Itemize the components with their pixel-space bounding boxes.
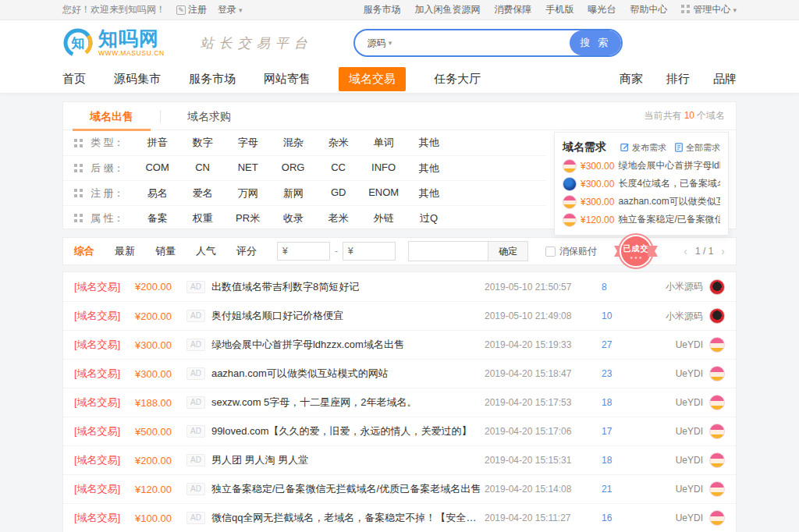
- all-demand-link[interactable]: 全部需求: [674, 142, 720, 154]
- sort-option[interactable]: 综合: [74, 244, 94, 258]
- topbar-link[interactable]: 服务市场: [363, 3, 400, 16]
- sort-option[interactable]: 销量: [155, 244, 176, 258]
- listing-row[interactable]: [域名交易] ¥300.00 AD aazhan.com可以做类似互站模式的网站…: [63, 359, 736, 388]
- listing-view-count[interactable]: 21: [602, 484, 647, 495]
- sort-option[interactable]: 最新: [115, 244, 135, 258]
- filter-option[interactable]: PR米: [225, 211, 271, 225]
- listing-view-count[interactable]: 8: [602, 282, 647, 293]
- topbar-link[interactable]: 帮助中心: [630, 3, 667, 16]
- filter-option[interactable]: 爱名: [180, 186, 225, 200]
- sort-option[interactable]: 评分: [236, 244, 257, 258]
- keyword-input[interactable]: [408, 241, 488, 261]
- register-link[interactable]: ✎注册: [176, 3, 207, 16]
- nav-item[interactable]: 网站寄售: [264, 72, 311, 87]
- confirm-button[interactable]: 确定: [488, 241, 528, 261]
- listing-row[interactable]: [域名交易] ¥200.00 AD 出数值域名带吉利数字8简短好记 2019-0…: [63, 272, 736, 301]
- filter-option[interactable]: 杂米: [316, 136, 361, 150]
- listing-row[interactable]: [域名交易] ¥200.00 AD 奥付姐域名顺口好记价格便宜 2019-05-…: [63, 301, 736, 330]
- listing-seller-name[interactable]: 小米源码: [647, 310, 703, 323]
- filter-option[interactable]: 其他: [407, 161, 452, 176]
- filter-option[interactable]: 混杂: [271, 136, 316, 150]
- filter-option[interactable]: 收录: [271, 211, 316, 225]
- listing-seller-name[interactable]: UeYDI: [647, 397, 703, 408]
- price-min-input[interactable]: [291, 246, 325, 257]
- site-logo[interactable]: 知 知吗网 WWW.MASUSU.CN: [62, 27, 165, 59]
- price-max-field[interactable]: ¥: [343, 242, 396, 261]
- listing-view-count[interactable]: 18: [602, 455, 647, 466]
- listing-seller-name[interactable]: UeYDI: [647, 455, 703, 466]
- filter-option[interactable]: CN: [180, 161, 225, 176]
- nav-right-item[interactable]: 品牌: [713, 72, 737, 87]
- tab-domain-buy[interactable]: 域名求购: [161, 102, 257, 130]
- filter-option[interactable]: 外链: [361, 211, 407, 225]
- login-link[interactable]: 登录▾: [218, 3, 243, 16]
- filter-option[interactable]: COM: [135, 161, 180, 176]
- listing-row[interactable]: [域名交易] ¥188.00 AD sexzw.com 5字母，十二星座网，2年…: [63, 388, 736, 417]
- filter-option[interactable]: NET: [225, 161, 271, 176]
- nav-right-item[interactable]: 商家: [620, 72, 643, 87]
- checkbox-icon[interactable]: [545, 246, 556, 257]
- filter-option[interactable]: 过Q: [407, 211, 452, 225]
- filter-option[interactable]: 数字: [180, 136, 225, 150]
- nav-item[interactable]: 域名交易: [339, 67, 406, 91]
- listing-seller-name[interactable]: UeYDI: [647, 512, 703, 523]
- seller-avatar[interactable]: [709, 366, 725, 381]
- filter-option[interactable]: 其他: [407, 186, 452, 200]
- filter-option[interactable]: ORG: [271, 161, 316, 176]
- listing-view-count[interactable]: 27: [602, 339, 647, 350]
- filter-option[interactable]: 其他: [407, 136, 452, 150]
- consumer-protection-checkbox[interactable]: 消保赔付: [545, 245, 597, 258]
- search-button[interactable]: 搜 索: [570, 30, 621, 55]
- topbar-link[interactable]: 消费保障: [494, 3, 531, 16]
- nav-item[interactable]: 任务大厅: [434, 72, 481, 87]
- seller-avatar[interactable]: [709, 424, 725, 439]
- listing-seller-name[interactable]: UeYDI: [647, 339, 703, 350]
- demand-item[interactable]: ¥300.00 绿地会展中心首拼字母ldhzzx.com: [563, 157, 720, 175]
- publish-demand-link[interactable]: 发布需求: [620, 142, 666, 154]
- seller-avatar[interactable]: [709, 452, 725, 468]
- next-page-button[interactable]: ›: [721, 245, 725, 257]
- search-input[interactable]: [401, 30, 569, 55]
- demand-item[interactable]: ¥300.00 长度4位域名，已备案域名，没拦截: [563, 175, 720, 193]
- listing-title-link[interactable]: 微信qq全网无拦截域名，老域名，备案稳定不掉！【安全微信QQ无拦截】: [211, 511, 485, 525]
- topbar-link[interactable]: 加入闲鱼资源网: [414, 3, 480, 16]
- listing-title-link[interactable]: 独立备案稳定/已备案微信无拦截域名/优质已备案老域名出售: [211, 482, 485, 496]
- filter-option[interactable]: 新网: [271, 186, 316, 200]
- filter-option[interactable]: 拼音: [135, 136, 180, 150]
- tab-domain-sell[interactable]: 域名出售: [63, 102, 160, 130]
- filter-option[interactable]: 单词: [361, 136, 407, 150]
- seller-avatar[interactable]: [709, 395, 725, 410]
- filter-option[interactable]: 字母: [225, 136, 271, 150]
- sort-option[interactable]: 人气: [196, 244, 216, 258]
- topbar-link[interactable]: 手机版: [545, 3, 574, 16]
- listing-row[interactable]: [域名交易] ¥120.00 AD 独立备案稳定/已备案微信无拦截域名/优质已备…: [63, 474, 736, 503]
- listing-seller-name[interactable]: UeYDI: [647, 484, 703, 495]
- filter-option[interactable]: 备案: [135, 211, 180, 225]
- demand-item[interactable]: ¥300.00 aazhan.com可以做类似互站模式的: [563, 193, 720, 211]
- seller-avatar[interactable]: [709, 337, 725, 353]
- seller-avatar[interactable]: [709, 308, 725, 324]
- prev-page-button[interactable]: ‹: [684, 245, 687, 257]
- nav-item[interactable]: 服务市场: [189, 72, 236, 87]
- search-category-dropdown[interactable]: 源码▾: [355, 37, 402, 50]
- listing-row[interactable]: [域名交易] ¥100.00 AD 微信qq全网无拦截域名，老域名，备案稳定不掉…: [63, 503, 736, 532]
- listing-view-count[interactable]: 23: [602, 368, 647, 379]
- listing-title-link[interactable]: 绿地会展中心首拼字母ldhzzx.com域名出售: [211, 338, 485, 352]
- filter-option[interactable]: CC: [316, 161, 361, 176]
- listing-seller-name[interactable]: UeYDI: [647, 426, 703, 437]
- listing-view-count[interactable]: 16: [602, 512, 647, 523]
- price-min-field[interactable]: ¥: [277, 242, 330, 261]
- listing-view-count[interactable]: 10: [602, 310, 647, 321]
- listing-title-link[interactable]: sexzw.com 5字母，十二星座网，2年老域名。: [211, 395, 485, 410]
- listing-view-count[interactable]: 18: [602, 397, 647, 408]
- filter-option[interactable]: GD: [316, 186, 361, 200]
- listing-row[interactable]: [域名交易] ¥200.00 AD 男人团 男人淘 男人堂 2019-04-20…: [63, 445, 736, 474]
- listing-seller-name[interactable]: 小米源码: [647, 280, 703, 293]
- seller-avatar[interactable]: [709, 510, 725, 526]
- seller-avatar[interactable]: [709, 481, 725, 497]
- listing-title-link[interactable]: 男人团 男人淘 男人堂: [211, 453, 485, 467]
- topbar-link[interactable]: 曝光台: [588, 3, 616, 16]
- listing-view-count[interactable]: 17: [602, 426, 647, 437]
- price-max-input[interactable]: [357, 246, 390, 257]
- filter-option[interactable]: INFO: [361, 161, 407, 176]
